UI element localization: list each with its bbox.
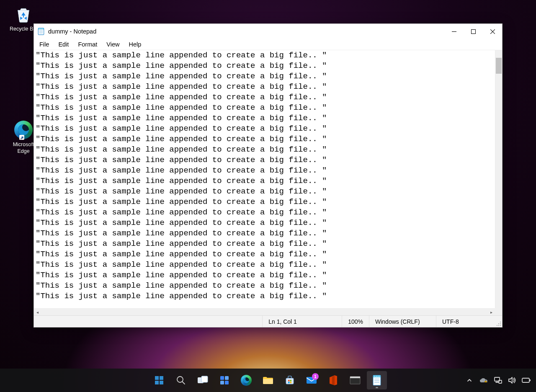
status-blank xyxy=(34,316,262,327)
edge-taskbar-button[interactable] xyxy=(236,371,256,389)
window-title: dummy - Notepad xyxy=(48,28,96,35)
status-zoom: 100% xyxy=(342,316,369,327)
menubar: File Edit Format View Help xyxy=(34,39,502,50)
svg-text:!: ! xyxy=(485,380,486,382)
search-icon xyxy=(175,375,186,386)
svg-point-41 xyxy=(374,376,375,377)
file-explorer-button[interactable] xyxy=(258,371,278,389)
notepad-icon xyxy=(371,375,382,386)
svg-point-12 xyxy=(500,325,501,326)
svg-rect-26 xyxy=(220,376,224,380)
svg-rect-54 xyxy=(530,379,531,381)
office-button[interactable] xyxy=(323,371,343,389)
edge-icon: ↗ xyxy=(13,120,34,140)
svg-rect-27 xyxy=(225,376,229,380)
vertical-scrollbar[interactable] xyxy=(495,50,502,308)
close-button[interactable] xyxy=(483,24,502,39)
svg-rect-33 xyxy=(288,382,290,384)
task-view-button[interactable] xyxy=(193,371,213,389)
text-content[interactable]: "This is just a sample line appended to … xyxy=(34,50,495,308)
titlebar[interactable]: dummy - Notepad xyxy=(34,24,502,39)
widgets-button[interactable] xyxy=(214,371,234,389)
svg-rect-53 xyxy=(522,378,529,382)
network-tray-icon[interactable] xyxy=(493,376,502,385)
notepad-taskbar-button[interactable] xyxy=(367,371,387,389)
svg-rect-9 xyxy=(471,29,475,34)
mail-icon: 1 xyxy=(306,375,317,386)
svg-rect-18 xyxy=(155,376,159,380)
svg-point-14 xyxy=(500,323,501,324)
store-icon xyxy=(284,375,295,386)
mail-button[interactable]: 1 xyxy=(302,371,322,389)
svg-rect-52 xyxy=(499,380,502,383)
horizontal-scrollbar[interactable]: ◂ ▸ xyxy=(34,308,495,315)
onedrive-tray-icon[interactable]: ! xyxy=(479,376,488,385)
svg-rect-32 xyxy=(290,380,292,382)
svg-point-13 xyxy=(498,325,499,326)
status-eol: Windows (CRLF) xyxy=(369,316,436,327)
edge-icon xyxy=(241,375,252,386)
store-button[interactable] xyxy=(280,371,300,389)
tray-overflow-button[interactable] xyxy=(465,376,474,385)
taskbar: 1 ! xyxy=(0,369,536,392)
status-position: Ln 1, Col 1 xyxy=(262,316,342,327)
svg-rect-20 xyxy=(155,381,159,384)
system-tray: ! xyxy=(465,376,531,385)
svg-rect-30 xyxy=(286,378,294,384)
menu-help[interactable]: Help xyxy=(124,40,146,49)
svg-point-4 xyxy=(42,28,43,29)
svg-line-23 xyxy=(182,382,185,384)
battery-tray-icon[interactable] xyxy=(522,376,531,385)
notepad-app-icon xyxy=(37,28,45,35)
svg-point-17 xyxy=(500,322,501,322)
editor-area: "This is just a sample line appended to … xyxy=(34,50,502,315)
svg-point-43 xyxy=(379,376,379,377)
svg-rect-34 xyxy=(290,382,292,384)
svg-rect-21 xyxy=(160,381,163,384)
svg-rect-28 xyxy=(220,381,224,384)
statusbar: Ln 1, Col 1 100% Windows (CRLF) UTF-8 xyxy=(34,315,502,327)
shortcut-arrow-icon: ↗ xyxy=(19,135,24,140)
scroll-left-icon[interactable]: ◂ xyxy=(34,309,41,316)
task-view-icon xyxy=(197,375,208,386)
windows-logo-icon xyxy=(154,375,165,386)
svg-point-42 xyxy=(376,376,377,377)
menu-format[interactable]: Format xyxy=(73,40,102,49)
svg-point-16 xyxy=(498,323,499,324)
svg-point-2 xyxy=(39,28,40,29)
status-encoding: UTF-8 xyxy=(436,316,495,327)
volume-tray-icon[interactable] xyxy=(508,376,517,385)
resize-grip[interactable] xyxy=(495,316,502,327)
svg-point-3 xyxy=(41,28,41,29)
menu-file[interactable]: File xyxy=(35,40,54,49)
scrollbar-thumb[interactable] xyxy=(496,58,502,74)
scroll-corner xyxy=(495,308,502,315)
menu-view[interactable]: View xyxy=(102,40,124,49)
notepad-window: dummy - Notepad File Edit Format View He… xyxy=(34,23,502,328)
svg-rect-31 xyxy=(288,380,290,382)
widgets-icon xyxy=(219,375,230,386)
maximize-button[interactable] xyxy=(464,24,483,39)
office-icon xyxy=(328,375,339,386)
terminal-icon xyxy=(350,375,361,386)
svg-rect-38 xyxy=(350,377,360,378)
svg-rect-29 xyxy=(225,381,229,384)
search-button[interactable] xyxy=(171,371,191,389)
svg-rect-19 xyxy=(160,376,163,380)
minimize-button[interactable] xyxy=(444,24,464,39)
recycle-bin-icon xyxy=(13,4,34,24)
start-button[interactable] xyxy=(149,371,169,389)
scroll-right-icon[interactable]: ▸ xyxy=(488,309,495,316)
folder-icon xyxy=(263,375,273,386)
mail-badge: 1 xyxy=(312,373,319,380)
svg-point-15 xyxy=(497,325,497,326)
menu-edit[interactable]: Edit xyxy=(54,40,73,49)
svg-rect-25 xyxy=(201,376,208,382)
terminal-button[interactable] xyxy=(345,371,365,389)
